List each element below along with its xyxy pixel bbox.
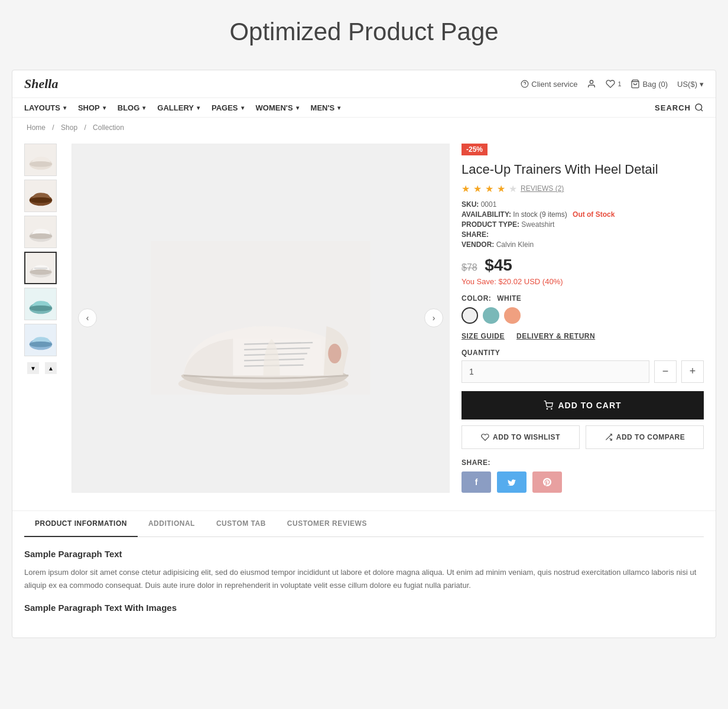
product-info: -25% Lace-Up Trainers With Heel Detail ★… xyxy=(462,144,704,493)
tabs-section: PRODUCT INFORMATION ADDITIONAL CUSTOM TA… xyxy=(12,510,716,638)
pinterest-share-btn[interactable] xyxy=(532,471,562,493)
svg-point-24 xyxy=(30,342,53,347)
chevron-down-icon: ▾ xyxy=(296,105,299,111)
delivery-return-link[interactable]: DELIVERY & RETURN xyxy=(516,332,595,340)
product-name: Lace-Up Trainers With Heel Detail xyxy=(462,161,704,178)
chevron-down-icon: ▾ xyxy=(337,105,340,111)
rating-row: ★ ★ ★ ★ ★ REVIEWS (2) xyxy=(462,183,704,194)
svg-point-4 xyxy=(696,104,702,110)
header-right: Client service 1 Bag (0) US($) ▾ xyxy=(521,79,704,89)
nav-shop[interactable]: SHOP▾ xyxy=(78,103,106,112)
original-price: $78 xyxy=(462,262,477,272)
header-top: Shella Client service 1 Bag (0) xyxy=(12,70,716,98)
swatch-teal[interactable] xyxy=(483,307,499,324)
chevron-down-icon: ▾ xyxy=(197,105,200,111)
svg-point-2 xyxy=(590,80,593,83)
availability-row: AVAILABILITY: In stock (9 items) Out of … xyxy=(462,210,704,219)
thumbs-navigation: ▼ ▲ xyxy=(24,362,60,374)
thumbnail-1[interactable] xyxy=(24,144,57,176)
price-section: $78 $45 You Save: $20.02 USD (40%) xyxy=(462,256,704,286)
cart-icon xyxy=(544,401,553,410)
nav-womens[interactable]: WOMEN'S▾ xyxy=(256,103,299,112)
tab-heading-2: Sample Paragraph Text With Images xyxy=(24,603,704,613)
sku-row: SKU: 0001 xyxy=(462,200,704,209)
svg-point-33 xyxy=(547,408,548,409)
vendor-row: VENDOR: Calvin Klein xyxy=(462,240,704,249)
thumbs-prev-btn[interactable]: ▼ xyxy=(27,362,39,374)
thumbnail-4[interactable] xyxy=(24,252,57,284)
savings-text: You Save: $20.02 USD (40%) xyxy=(462,277,704,286)
thumbs-next-btn[interactable]: ▲ xyxy=(45,362,57,374)
wishlist-btn[interactable]: 1 xyxy=(606,79,621,89)
social-buttons: f xyxy=(462,471,704,493)
chevron-down-icon: ▾ xyxy=(63,105,66,111)
breadcrumb-home[interactable]: Home xyxy=(27,123,46,132)
chevron-down-icon: ▾ xyxy=(241,105,244,111)
currency-selector[interactable]: US($) ▾ xyxy=(677,80,704,89)
thumb-shoe-svg-3 xyxy=(25,216,56,248)
thumb-shoe-svg-5 xyxy=(25,288,56,320)
account-icon-btn[interactable] xyxy=(587,79,596,89)
size-guide-link[interactable]: SIZE GUIDE xyxy=(462,332,505,340)
thumbnail-6[interactable] xyxy=(24,324,57,356)
nav-gallery[interactable]: GALLERY▾ xyxy=(157,103,200,112)
add-to-cart-button[interactable]: ADD TO CART xyxy=(462,391,704,419)
breadcrumb-collection[interactable]: Collection xyxy=(93,123,124,132)
tabs-row: PRODUCT INFORMATION ADDITIONAL CUSTOM TA… xyxy=(24,511,704,537)
thumbnail-3[interactable] xyxy=(24,216,57,248)
product-type-row: PRODUCT TYPE: Sweatshirt xyxy=(462,220,704,229)
nav-pages[interactable]: PAGES▾ xyxy=(212,103,244,112)
quantity-input[interactable] xyxy=(462,360,649,383)
page-title: Optimized Product Page xyxy=(12,18,716,46)
client-service[interactable]: Client service xyxy=(521,80,577,89)
tab-product-information[interactable]: PRODUCT INFORMATION xyxy=(24,511,138,537)
next-image-btn[interactable]: › xyxy=(424,308,443,327)
main-image-area: ‹ xyxy=(72,144,450,493)
twitter-share-btn[interactable] xyxy=(497,471,526,493)
main-nav: LAYOUTS▾ SHOP▾ BLOG▾ GALLERY▾ PAGES▾ WOM… xyxy=(12,98,716,118)
share-label: SHARE: xyxy=(462,458,704,467)
tab-reviews[interactable]: CUSTOMER REVIEWS xyxy=(277,511,378,537)
heart-icon xyxy=(481,433,489,441)
nav-mens[interactable]: MEN'S▾ xyxy=(311,103,341,112)
tab-heading-1: Sample Paragraph Text xyxy=(24,549,704,559)
svg-point-21 xyxy=(30,305,53,311)
svg-point-11 xyxy=(30,197,53,203)
tab-additional[interactable]: ADDITIONAL xyxy=(138,511,206,537)
product-section: ▼ ▲ ‹ xyxy=(12,138,716,510)
action-buttons: ADD TO WISHLIST ADD TO COMPARE xyxy=(462,425,704,449)
breadcrumb: Home / Shop / Collection xyxy=(12,118,716,138)
thumbnail-5[interactable] xyxy=(24,288,57,320)
svg-point-14 xyxy=(30,233,53,239)
breadcrumb-shop[interactable]: Shop xyxy=(61,123,77,132)
star-3: ★ xyxy=(485,183,493,194)
svg-point-17 xyxy=(30,269,51,275)
add-to-wishlist-button[interactable]: ADD TO WISHLIST xyxy=(462,425,580,449)
nav-layouts[interactable]: LAYOUTS▾ xyxy=(24,103,66,112)
thumbnail-2[interactable] xyxy=(24,180,57,212)
nav-blog[interactable]: BLOG▾ xyxy=(118,103,146,112)
sale-price: $45 xyxy=(485,256,512,274)
svg-point-32 xyxy=(328,344,341,363)
quantity-increment-btn[interactable]: + xyxy=(681,360,704,383)
bag-btn[interactable]: Bag (0) xyxy=(630,79,668,89)
quantity-decrement-btn[interactable]: − xyxy=(654,360,677,383)
search-btn[interactable]: SEARCH xyxy=(655,103,704,112)
tab-custom[interactable]: CUSTOM TAB xyxy=(206,511,277,537)
bag-icon xyxy=(630,79,640,89)
svg-point-8 xyxy=(30,161,53,167)
thumbnail-list: ▼ ▲ xyxy=(24,144,60,493)
prev-image-btn[interactable]: ‹ xyxy=(78,308,97,327)
logo[interactable]: Shella xyxy=(24,76,58,92)
search-icon xyxy=(694,103,704,112)
reviews-link[interactable]: REVIEWS (2) xyxy=(521,184,564,193)
color-label: COLOR: WHITE xyxy=(462,294,704,303)
facebook-share-btn[interactable]: f xyxy=(462,471,491,493)
swatch-peach[interactable] xyxy=(504,307,521,324)
star-1: ★ xyxy=(462,183,470,194)
swatch-white[interactable] xyxy=(462,307,478,324)
tab-paragraph-1: Lorem ipsum dolor sit amet conse ctetur … xyxy=(24,566,704,592)
links-row: SIZE GUIDE DELIVERY & RETURN xyxy=(462,332,704,340)
thumb-shoe-svg-1 xyxy=(25,144,56,176)
add-to-compare-button[interactable]: ADD TO COMPARE xyxy=(586,425,704,449)
